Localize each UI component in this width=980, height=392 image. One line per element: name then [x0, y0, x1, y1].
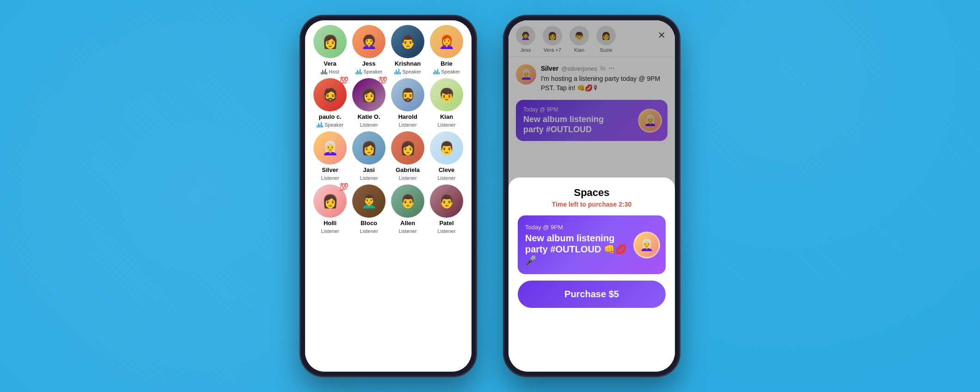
name-jasi: Jasi: [363, 166, 374, 173]
participants-screen: 👩 Vera Host 👩‍🦱: [305, 20, 472, 372]
speaker-icon: [433, 69, 440, 74]
participant-vera[interactable]: 👩 Vera Host: [312, 25, 348, 74]
participant-paulo[interactable]: 🧔 💯 paulo c. Speaker: [312, 78, 348, 128]
role-harold: Listener: [398, 122, 416, 128]
avatar-krishnan: 👨: [391, 25, 424, 58]
role-bloco: Listener: [360, 228, 378, 234]
avatar-gabriela: 👩: [391, 131, 424, 165]
avatar-allen: 👨: [391, 184, 424, 218]
modal-timer: 2:30: [619, 201, 631, 208]
chat-screen: 👩‍🦱 Jess 👩 Vera +7 👦 Ki: [508, 20, 675, 372]
participant-jasi[interactable]: 👩 Jasi Listener: [351, 131, 386, 181]
name-cleve: Cleve: [439, 166, 455, 173]
name-silver: Silver: [322, 166, 338, 173]
role-allen: Listener: [398, 228, 416, 234]
speaker-icon: [317, 122, 323, 128]
purchase-button[interactable]: Purchase $5: [518, 281, 666, 308]
participant-allen[interactable]: 👨 Allen Listener: [390, 184, 425, 234]
role-silver: Listener: [321, 175, 339, 181]
speaker-icon: [355, 69, 362, 74]
phone-1: 👩 Vera Host 👩‍🦱: [300, 16, 476, 376]
name-brie: Brie: [441, 60, 452, 67]
modal-overlay: ✕ Spaces Time left to purchase 2:30 Toda…: [508, 20, 675, 372]
name-patel: Patel: [439, 220, 453, 227]
name-harold: Harold: [398, 113, 417, 120]
participant-krishnan[interactable]: 👨 Krishnan Speaker: [390, 25, 425, 74]
name-gabriela: Gabriela: [396, 166, 420, 173]
avatar-jasi: 👩: [352, 131, 386, 165]
modal-title: Spaces: [518, 187, 666, 199]
modal-sheet: ✕ Spaces Time left to purchase 2:30 Toda…: [508, 178, 675, 372]
role-krishnan: Speaker: [394, 69, 421, 74]
host-icon: [321, 69, 327, 74]
modal-close-button[interactable]: ✕: [658, 30, 666, 41]
phone-2: 👩‍🦱 Jess 👩 Vera +7 👦 Ki: [504, 16, 680, 376]
avatar-brie: 👩‍🦰: [430, 25, 463, 58]
participant-harold[interactable]: 🧔‍♂️ Harold Listener: [390, 78, 425, 128]
participant-kian[interactable]: 👦 Kian Listener: [429, 78, 464, 128]
badge-paulo: 💯: [339, 76, 349, 85]
avatar-silver: 👩‍🦳: [313, 131, 347, 165]
participant-patel[interactable]: 👨 Patel Listener: [429, 184, 464, 234]
participant-cleve[interactable]: 👨 Cleve Listener: [429, 131, 464, 181]
role-paulo: Speaker: [317, 122, 343, 128]
participant-holli[interactable]: 👩 💯 Holli Listener: [312, 184, 348, 234]
badge-katie: 💯: [378, 76, 387, 85]
name-holli: Holli: [324, 220, 337, 227]
name-katie: Katie O.: [357, 113, 380, 120]
modal-space-time: Today @ 9PM: [525, 224, 658, 231]
participant-bloco[interactable]: 👨‍🦱 Bloco Listener: [351, 184, 386, 234]
participant-brie[interactable]: 👩‍🦰 Brie Speaker: [429, 25, 464, 74]
role-gabriela: Listener: [398, 175, 416, 181]
role-jess: Speaker: [355, 69, 382, 74]
name-kian: Kian: [440, 113, 453, 120]
name-paulo: paulo c.: [318, 113, 341, 120]
modal-space-title: New album listening party #OUTLOUD 👊💋🎤: [525, 233, 629, 266]
role-katie: Listener: [360, 122, 378, 128]
role-holli: Listener: [321, 228, 339, 234]
avatar-harold: 🧔‍♂️: [391, 78, 424, 111]
badge-holli: 💯: [339, 183, 349, 191]
name-allen: Allen: [400, 220, 415, 227]
modal-space-avatar: 👩‍🦳: [633, 232, 660, 258]
name-vera: Vera: [324, 60, 336, 67]
role-patel: Listener: [437, 228, 455, 234]
participant-gabriela[interactable]: 👩 Gabriela Listener: [390, 131, 425, 181]
role-kian: Listener: [437, 122, 455, 128]
space-card-modal[interactable]: Today @ 9PM New album listening party #O…: [518, 215, 666, 274]
participant-jess[interactable]: 👩‍🦱 Jess Speaker: [351, 25, 386, 74]
speaker-icon: [394, 69, 401, 74]
avatar-kian: 👦: [430, 78, 463, 111]
modal-subtitle: Time left to purchase 2:30: [518, 201, 666, 208]
role-jasi: Listener: [360, 175, 378, 181]
role-brie: Speaker: [433, 69, 460, 74]
role-vera: Host: [321, 69, 339, 74]
name-krishnan: Krishnan: [395, 60, 421, 67]
participant-silver[interactable]: 👩‍🦳 Silver Listener: [312, 131, 348, 181]
role-cleve: Listener: [437, 175, 455, 181]
avatar-cleve: 👨: [430, 131, 463, 165]
name-jess: Jess: [362, 60, 376, 67]
name-bloco: Bloco: [361, 220, 377, 227]
participants-grid: 👩 Vera Host 👩‍🦱: [305, 20, 472, 239]
avatar-patel: 👨: [430, 184, 463, 218]
avatar-vera: 👩: [313, 25, 347, 58]
avatar-jess: 👩‍🦱: [352, 25, 386, 58]
participant-katie[interactable]: 👩 💯 Katie O. Listener: [351, 78, 386, 128]
avatar-bloco: 👨‍🦱: [352, 184, 386, 218]
